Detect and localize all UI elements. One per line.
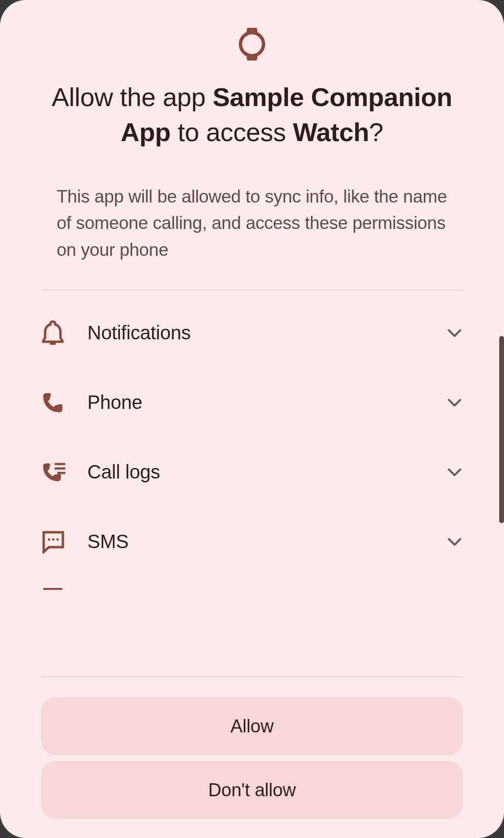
sms-icon: [41, 529, 66, 554]
svg-point-5: [52, 538, 55, 540]
dialog-description: This app will be allowed to sync info, l…: [0, 150, 504, 290]
dialog-title: Allow the app Sample Companion App to ac…: [0, 80, 504, 150]
deny-button[interactable]: Don't allow: [41, 761, 463, 819]
svg-rect-2: [55, 467, 65, 470]
notifications-icon: [41, 321, 66, 346]
permission-item-sms[interactable]: SMS: [41, 507, 463, 576]
bottom-divider: [41, 677, 463, 677]
chevron-down-icon: [446, 464, 463, 480]
svg-rect-3: [57, 472, 65, 474]
watch-icon: [0, 0, 504, 80]
chevron-down-icon: [446, 534, 463, 550]
permission-item-phone[interactable]: Phone: [41, 368, 463, 437]
svg-rect-1: [55, 463, 65, 465]
svg-point-4: [48, 538, 50, 540]
permission-label: Notifications: [87, 322, 446, 344]
title-text-mid: to access: [171, 118, 293, 146]
scrollbar[interactable]: [499, 336, 504, 523]
title-text-suffix: ?: [369, 118, 384, 146]
permission-item-call-logs[interactable]: Call logs: [41, 437, 463, 507]
button-area: Allow Don't allow: [0, 688, 504, 838]
title-text-prefix: Allow the app: [52, 83, 213, 111]
permission-item-notifications[interactable]: Notifications: [41, 298, 463, 368]
call-logs-icon: [41, 460, 66, 485]
permission-dialog: Allow the app Sample Companion App to ac…: [0, 0, 504, 838]
title-target: Watch: [293, 118, 369, 146]
partial-icon: [41, 576, 66, 590]
permission-label: Phone: [87, 392, 446, 413]
phone-icon: [41, 390, 66, 415]
permission-label: Call logs: [87, 461, 446, 483]
allow-button[interactable]: Allow: [41, 697, 463, 755]
svg-rect-7: [43, 588, 62, 590]
svg-point-6: [57, 538, 59, 540]
svg-point-0: [240, 33, 264, 56]
permission-list: Notifications Phone: [41, 290, 463, 677]
permission-label: SMS: [87, 531, 446, 552]
chevron-down-icon: [446, 325, 463, 341]
permission-item-partial: [41, 576, 463, 590]
chevron-down-icon: [446, 395, 463, 411]
